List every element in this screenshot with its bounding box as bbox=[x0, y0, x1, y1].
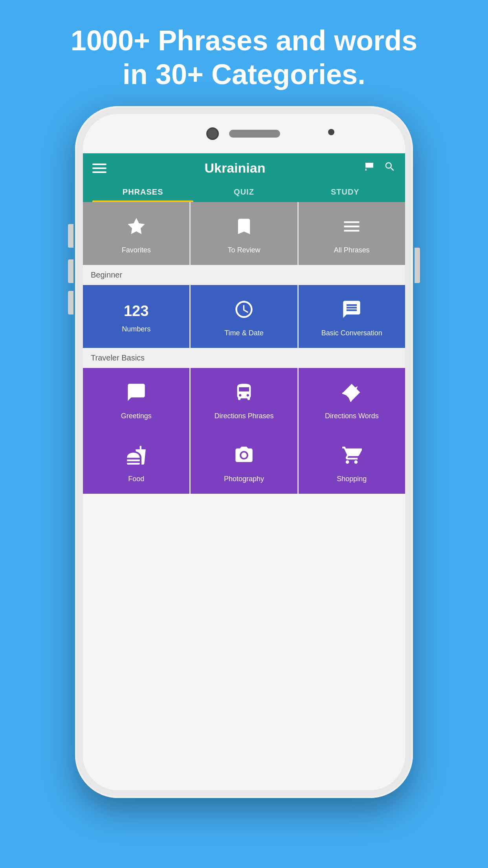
bookmark-icon bbox=[234, 216, 254, 241]
chat-icon bbox=[341, 299, 362, 324]
header-icons bbox=[363, 161, 396, 175]
star-icon bbox=[126, 216, 147, 241]
phone-top-bar bbox=[83, 114, 405, 153]
search-icon[interactable] bbox=[384, 161, 396, 175]
cart-icon bbox=[341, 445, 362, 469]
beginner-grid: 123 Numbers Time & Date Basic Conversa bbox=[83, 285, 405, 348]
all-phrases-label: All Phrases bbox=[334, 246, 370, 254]
top-grid: Favorites To Review All Phrases bbox=[83, 202, 405, 265]
basic-conversation-label: Basic Conversation bbox=[321, 329, 382, 337]
greetings-label: Greetings bbox=[121, 412, 152, 420]
time-date-label: Time & Date bbox=[224, 329, 263, 337]
utensils-icon bbox=[126, 445, 147, 469]
clock-icon bbox=[234, 299, 254, 324]
lines-icon bbox=[341, 216, 362, 241]
bus-icon bbox=[234, 382, 254, 406]
greetings-cell[interactable]: Greetings bbox=[83, 368, 189, 431]
directions-words-label: Directions Words bbox=[325, 412, 379, 420]
favorites-label: Favorites bbox=[122, 246, 151, 254]
direction-icon bbox=[341, 382, 362, 406]
food-cell[interactable]: Food bbox=[83, 431, 189, 494]
flag-icon[interactable] bbox=[363, 161, 375, 175]
tab-quiz[interactable]: QUIZ bbox=[193, 182, 294, 202]
app-title: Ukrainian bbox=[205, 160, 266, 176]
food-label: Food bbox=[128, 475, 144, 483]
traveler-grid: Greetings Directions Phrases Directions … bbox=[83, 368, 405, 431]
speech-icon bbox=[126, 382, 147, 406]
photography-label: Photography bbox=[224, 475, 264, 483]
phone-inner: Ukrainian bbox=[83, 114, 405, 790]
beginner-section-header: Beginner bbox=[83, 265, 405, 285]
app-header: Ukrainian bbox=[83, 153, 405, 202]
photography-cell[interactable]: Photography bbox=[191, 431, 297, 494]
numbers-label: Numbers bbox=[122, 325, 150, 333]
camera-icon bbox=[234, 445, 254, 469]
time-date-cell[interactable]: Time & Date bbox=[191, 285, 297, 348]
to-review-label: To Review bbox=[227, 246, 260, 254]
all-phrases-cell[interactable]: All Phrases bbox=[299, 202, 405, 265]
headline-line2: in 30+ Categories. bbox=[31, 57, 457, 91]
headline: 1000+ Phrases and words in 30+ Categorie… bbox=[0, 0, 488, 107]
shopping-label: Shopping bbox=[337, 475, 367, 483]
phone-speaker bbox=[229, 130, 280, 138]
directions-phrases-label: Directions Phrases bbox=[214, 412, 273, 420]
tab-phrases[interactable]: PHRASES bbox=[92, 182, 193, 202]
traveler-section-header: Traveler Basics bbox=[83, 348, 405, 368]
menu-icon[interactable] bbox=[92, 164, 106, 173]
to-review-cell[interactable]: To Review bbox=[191, 202, 297, 265]
directions-words-cell[interactable]: Directions Words bbox=[299, 368, 405, 431]
numbers-icon: 123 bbox=[124, 303, 149, 320]
tab-study[interactable]: STUDY bbox=[295, 182, 396, 202]
basic-conversation-cell[interactable]: Basic Conversation bbox=[299, 285, 405, 348]
numbers-cell[interactable]: 123 Numbers bbox=[83, 285, 189, 348]
phone-camera bbox=[208, 129, 217, 138]
headline-line1: 1000+ Phrases and words bbox=[31, 24, 457, 57]
bottom-grid: Food Photography Shopping bbox=[83, 431, 405, 494]
tab-bar: PHRASES QUIZ STUDY bbox=[92, 182, 396, 202]
directions-phrases-cell[interactable]: Directions Phrases bbox=[191, 368, 297, 431]
phone-front-camera bbox=[328, 129, 334, 135]
header-top: Ukrainian bbox=[92, 160, 396, 182]
main-scroll[interactable]: Favorites To Review All Phrases bbox=[83, 202, 405, 790]
phone-frame: Ukrainian bbox=[75, 106, 413, 798]
app-content: Ukrainian bbox=[83, 153, 405, 790]
shopping-cell[interactable]: Shopping bbox=[299, 431, 405, 494]
favorites-cell[interactable]: Favorites bbox=[83, 202, 189, 265]
